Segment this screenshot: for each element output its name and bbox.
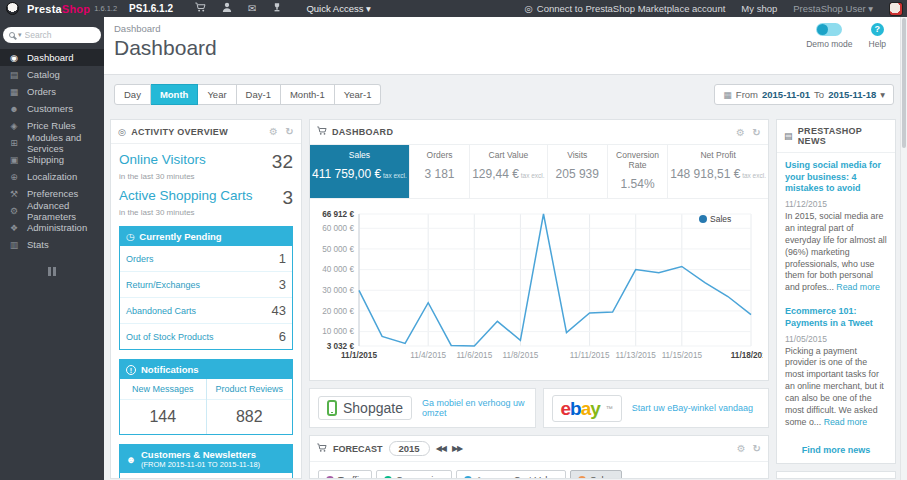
range-button-day-1[interactable]: Day-1 bbox=[237, 84, 281, 105]
kpi-net-profit[interactable]: Net Profit148 918,51 € tax excl. bbox=[667, 145, 768, 198]
forecast-legend-sales[interactable]: Sales bbox=[570, 470, 622, 479]
demo-mode-toggle[interactable] bbox=[816, 23, 842, 36]
globe-icon: ⊕ bbox=[8, 172, 20, 182]
range-button-year[interactable]: Year bbox=[198, 84, 236, 105]
active-carts-link[interactable]: Active Shopping Carts bbox=[119, 188, 253, 203]
previous-year-button[interactable]: ◀◀ bbox=[436, 444, 446, 453]
sidebar-item-shipping[interactable]: ▣Shipping bbox=[0, 151, 104, 168]
kpi-value: 205 939 bbox=[550, 167, 605, 181]
news-article-title[interactable]: Using social media for your business: 4 … bbox=[785, 160, 887, 195]
prestashop-logo-icon[interactable] bbox=[6, 2, 19, 15]
sidebar-item-dashboard[interactable]: ◉Dashboard bbox=[0, 49, 104, 66]
sidebar-item-advanced-parameters[interactable]: ⚙Advanced Parameters bbox=[0, 202, 104, 219]
page-scrollbar[interactable] bbox=[900, 17, 907, 480]
sidebar-collapse-button[interactable] bbox=[45, 267, 59, 278]
x-tick-label: 11/8/2015 bbox=[502, 351, 538, 360]
row-abandoned-carts[interactable]: Abandoned Carts43 bbox=[120, 297, 292, 323]
help-label: Help bbox=[869, 39, 886, 49]
legend-label-sales[interactable]: Sales bbox=[710, 214, 731, 224]
legend-dot-sales[interactable] bbox=[699, 215, 707, 223]
date-range-button[interactable]: ▦ From 2015-11-01 To 2015-11-18 ▾ bbox=[714, 84, 894, 105]
ebay-logo: ebay bbox=[561, 399, 600, 418]
panel-tools: ⚙ ↻ bbox=[269, 126, 294, 137]
forecast-legend-conversion[interactable]: Conversion bbox=[376, 470, 452, 479]
kpi-sales[interactable]: Sales411 759,00 € tax excl. bbox=[310, 145, 409, 198]
notifications-header: ! Notifications bbox=[120, 360, 292, 379]
news-article-title[interactable]: Ecommerce 101: Payments in a Tweet bbox=[785, 306, 887, 329]
search-caret-icon[interactable]: ▾ bbox=[18, 31, 22, 39]
avatar[interactable] bbox=[889, 2, 903, 16]
forecast-legend-average-cart-value[interactable]: Average Cart Value bbox=[456, 470, 566, 479]
page-header: Dashboard Dashboard Demo mode ? Help bbox=[104, 17, 900, 75]
gear-icon[interactable]: ⚙ bbox=[737, 443, 746, 454]
user-menu[interactable]: PrestaShop User ▾ bbox=[793, 3, 873, 14]
ebay-link[interactable]: Start uw eBay-winkel vandaag bbox=[632, 403, 753, 413]
kpi-conversion-rate[interactable]: Conversion Rate1.54% bbox=[607, 145, 667, 198]
kpi-suffix: tax excl. bbox=[381, 172, 407, 179]
range-button-year-1[interactable]: Year-1 bbox=[335, 84, 382, 105]
notification-cols: New Messages144Product Reviews882 bbox=[120, 379, 292, 434]
row-return-exchanges[interactable]: Return/Exchanges3 bbox=[120, 271, 292, 297]
kpi-row: Sales411 759,00 € tax excl.Orders3 181Ca… bbox=[310, 145, 768, 199]
ebay-trademark: ™ bbox=[606, 405, 613, 412]
ebay-letter: e bbox=[561, 398, 571, 419]
breadcrumb[interactable]: Dashboard bbox=[104, 17, 900, 34]
quick-access-menu[interactable]: Quick Access ▾ bbox=[306, 3, 370, 14]
forecast-year[interactable]: 2015 bbox=[389, 441, 430, 456]
envelope-icon[interactable]: ✉ bbox=[248, 3, 256, 14]
my-shop-link[interactable]: My shop bbox=[741, 3, 777, 14]
range-button-month[interactable]: Month bbox=[151, 84, 199, 105]
help-icon[interactable]: ? bbox=[871, 23, 884, 36]
shopgate-logo: Shopgate bbox=[318, 396, 412, 420]
kpi-orders[interactable]: Orders3 181 bbox=[409, 145, 469, 198]
ebay-promo[interactable]: ebay ™ Start uw eBay-winkel vandaag bbox=[543, 388, 770, 428]
shopgate-link[interactable]: Ga mobiel en verhoog uw omzet bbox=[422, 398, 527, 418]
shopgate-promo[interactable]: Shopgate Ga mobiel en verhoog uw omzet bbox=[309, 388, 536, 428]
sidebar-item-orders[interactable]: ▦Orders bbox=[0, 83, 104, 100]
cart-icon[interactable] bbox=[195, 2, 206, 15]
sidebar-item-modules-and-services[interactable]: ⊞Modules and Services bbox=[0, 134, 104, 151]
row-orders[interactable]: Orders1 bbox=[120, 246, 292, 271]
news-article-body: In 2015, social media are an integral pa… bbox=[785, 211, 887, 294]
sidebar-search[interactable]: ▾ bbox=[3, 27, 101, 43]
search-input[interactable] bbox=[25, 30, 83, 40]
refresh-icon[interactable]: ↻ bbox=[752, 127, 761, 138]
next-year-button[interactable]: ▶▶ bbox=[452, 444, 462, 453]
person-icon[interactable] bbox=[222, 2, 232, 15]
date-from-label: From bbox=[736, 89, 758, 100]
scrollbar-thumb[interactable] bbox=[902, 18, 906, 148]
notification-col-new-messages[interactable]: New Messages144 bbox=[120, 379, 206, 434]
marketplace-link[interactable]: ◎Connect to PrestaShop Marketplace accou… bbox=[525, 3, 726, 14]
row-new-customers[interactable]: New Customers90 bbox=[120, 473, 292, 479]
gear-icon[interactable]: ⚙ bbox=[269, 126, 278, 137]
demo-mode-control[interactable]: Demo mode bbox=[806, 23, 852, 49]
refresh-icon[interactable]: ↻ bbox=[753, 443, 761, 454]
notification-col-product-reviews[interactable]: Product Reviews882 bbox=[206, 379, 293, 434]
tips-panel-header: ☼ TIPS OF THE DAY bbox=[777, 472, 895, 479]
sidebar-item-customers[interactable]: ☻Customers bbox=[0, 100, 104, 117]
sidebar-item-catalog[interactable]: ▤Catalog bbox=[0, 66, 104, 83]
range-button-day[interactable]: Day bbox=[114, 84, 151, 105]
gear-icon[interactable]: ⚙ bbox=[736, 127, 745, 138]
row-out-of-stock-products[interactable]: Out of Stock Products6 bbox=[120, 323, 292, 349]
calendar-icon: ▦ bbox=[723, 90, 732, 100]
kpi-visits[interactable]: Visits205 939 bbox=[547, 145, 607, 198]
read-more-link[interactable]: Read more bbox=[824, 417, 868, 427]
range-button-month-1[interactable]: Month-1 bbox=[281, 84, 335, 105]
find-more-news-link[interactable]: Find more news bbox=[777, 433, 895, 463]
kpi-cart-value[interactable]: Cart Value129,44 € tax excl. bbox=[469, 145, 546, 198]
sales-chart: 66 912 €60 000 €50 000 €40 000 €30 000 €… bbox=[313, 204, 763, 376]
online-visitors-link[interactable]: Online Visitors bbox=[119, 152, 206, 167]
forecast-legend-traffic[interactable]: Traffic bbox=[318, 470, 372, 479]
panel-tools: ⚙ ↻ bbox=[737, 443, 761, 454]
kpi-label: Conversion Rate bbox=[610, 150, 665, 170]
row-value: 1 bbox=[279, 251, 286, 266]
read-more-link[interactable]: Read more bbox=[836, 282, 880, 292]
sidebar-item-localization[interactable]: ⊕Localization bbox=[0, 168, 104, 185]
help-control[interactable]: ? Help bbox=[869, 23, 886, 49]
sidebar-item-stats[interactable]: ▥Stats bbox=[0, 236, 104, 253]
date-to-label: To bbox=[814, 89, 824, 100]
trophy-icon[interactable] bbox=[272, 2, 282, 15]
refresh-icon[interactable]: ↻ bbox=[285, 126, 294, 137]
sidebar-item-administration[interactable]: ❖Administration bbox=[0, 219, 104, 236]
